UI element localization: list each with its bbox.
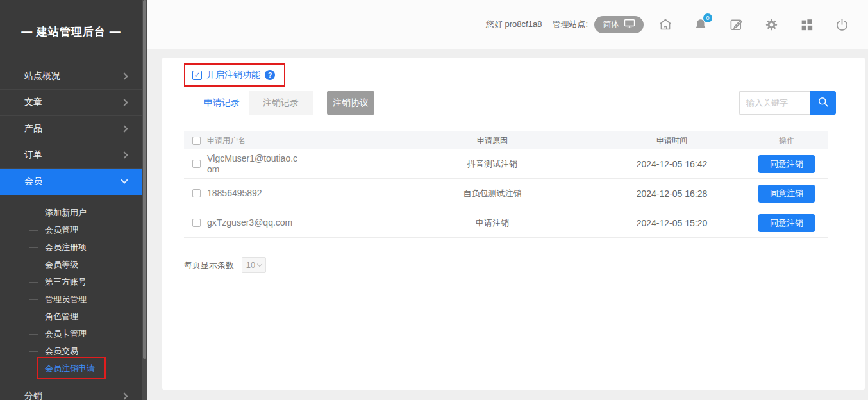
tree-dash <box>29 334 38 335</box>
tab-cancellation-agreement[interactable]: 注销协议 <box>327 91 374 115</box>
page-size-select[interactable]: 10 <box>242 257 266 273</box>
sidebar-item-4[interactable]: 会员 <box>0 169 142 195</box>
chevron-icon <box>121 151 128 158</box>
sidebar-subitem-label: 第三方账号 <box>45 276 87 288</box>
search-input[interactable] <box>739 91 810 115</box>
tree-dash <box>29 369 38 369</box>
help-icon[interactable]: ? <box>265 70 275 80</box>
approve-cancellation-button[interactable]: 同意注销 <box>758 214 815 232</box>
sidebar-subitem-8[interactable]: 会员交易 <box>0 342 142 360</box>
enable-cancellation-label[interactable]: 开启注销功能 <box>206 69 260 81</box>
sidebar-subitem-label: 管理员管理 <box>45 294 87 305</box>
tab-application-records[interactable]: 申请记录 <box>195 91 249 115</box>
home-icon[interactable] <box>658 17 673 32</box>
header-username: 申请用户名 <box>207 135 387 146</box>
sidebar-subitem-7[interactable]: 会员卡管理 <box>0 325 142 342</box>
sidebar-item-1[interactable]: 文章 <box>0 90 142 116</box>
power-icon[interactable] <box>834 17 849 32</box>
cell-time: 2024-12-05 16:42 <box>598 159 746 169</box>
tree-dash <box>29 282 38 283</box>
sidebar-item-3[interactable]: 订单 <box>0 142 142 169</box>
sidebar-subitem-1[interactable]: 会员管理 <box>0 221 142 238</box>
sidebar-item-distribution[interactable]: 分销 <box>0 383 142 400</box>
language-site-pill[interactable]: 简体 <box>594 16 644 33</box>
notification-badge: 0 <box>703 13 712 22</box>
row-checkbox[interactable] <box>192 189 201 197</box>
sidebar: — 建站管理后台 — 站点概况 文章 产品 订单 会员 添加新用户 会员管理 会… <box>0 0 147 400</box>
sidebar-item-label: 文章 <box>24 97 122 108</box>
gear-icon[interactable] <box>764 17 779 32</box>
sidebar-subitem-label: 会员交易 <box>45 346 78 357</box>
managed-site-label: 管理站点: <box>552 19 588 30</box>
tree-dash <box>29 230 38 231</box>
table-row: VlgcMuser1@toutiao.com 抖音测试注销 2024-12-05… <box>184 149 828 179</box>
chevron-right-icon <box>121 392 128 399</box>
sidebar-subitem-4[interactable]: 第三方账号 <box>0 273 142 290</box>
table-row: 18856495892 自负包测试注销 2024-12-05 16:28 同意注… <box>184 179 828 208</box>
cell-username: VlgcMuser1@toutiao.com <box>207 153 298 175</box>
chevron-down-icon <box>257 262 262 267</box>
grid-apps-icon[interactable] <box>799 17 814 32</box>
tree-dash <box>29 265 38 265</box>
sidebar-scrollbar[interactable] <box>142 0 147 400</box>
sidebar-subitem-9[interactable]: 会员注销申请 <box>0 360 142 377</box>
sidebar-item-label: 站点概况 <box>24 71 122 82</box>
chevron-icon <box>121 125 128 132</box>
row-checkbox[interactable] <box>192 219 201 227</box>
tree-dash <box>29 351 38 352</box>
tree-line <box>29 316 29 334</box>
enable-cancellation-checkbox[interactable]: ✓ <box>192 71 202 80</box>
language-label: 简体 <box>603 19 619 30</box>
cell-reason: 抖音测试注销 <box>387 158 598 170</box>
chevron-icon <box>121 99 128 106</box>
tree-line <box>29 204 29 213</box>
sidebar-subitem-0[interactable]: 添加新用户 <box>0 204 142 221</box>
cell-reason: 自负包测试注销 <box>387 188 598 199</box>
header-action: 操作 <box>746 135 828 146</box>
topbar: 您好 pro8cf1a8 管理站点: 简体 0 <box>147 0 868 49</box>
approve-cancellation-button[interactable]: 同意注销 <box>758 155 815 173</box>
search-icon <box>817 96 830 110</box>
tree-line <box>29 281 29 299</box>
sidebar-subitem-label: 会员等级 <box>45 259 78 271</box>
requests-table: 申请用户名 申请原因 申请时间 操作 VlgcMuser1@toutiao.co… <box>184 131 828 238</box>
tree-dash <box>29 247 38 248</box>
cell-time: 2024-12-05 16:28 <box>598 188 746 199</box>
bell-icon[interactable]: 0 <box>693 17 708 32</box>
tab-cancellation-records[interactable]: 注销记录 <box>249 91 313 115</box>
pagination: 每页显示条数 10 <box>184 257 836 273</box>
table-row: gxTzguser3@qq.com 申请注销 2024-12-05 15:20 … <box>184 208 828 238</box>
search-button[interactable] <box>810 91 836 115</box>
chevron-icon <box>121 72 128 79</box>
tree-line <box>29 351 29 369</box>
monitor-icon <box>624 19 635 31</box>
cell-username: gxTzguser3@qq.com <box>207 217 292 228</box>
sidebar-subitem-5[interactable]: 管理员管理 <box>0 290 142 308</box>
scrollbar-thumb[interactable] <box>143 0 146 359</box>
sidebar-subitem-label: 角色管理 <box>45 311 78 322</box>
sidebar-subitem-label: 会员卡管理 <box>45 328 87 340</box>
sidebar-subitem-6[interactable]: 角色管理 <box>0 308 142 325</box>
sidebar-subitem-label: 会员管理 <box>45 224 78 236</box>
sidebar-item-0[interactable]: 站点概况 <box>0 63 142 90</box>
approve-cancellation-button[interactable]: 同意注销 <box>758 185 815 203</box>
tree-line <box>29 247 29 265</box>
edit-icon[interactable] <box>728 17 744 32</box>
sidebar-subitem-2[interactable]: 会员注册项 <box>0 238 142 256</box>
tree-line <box>29 264 29 282</box>
sidebar-item-label: 分销 <box>24 390 122 400</box>
topbar-icon-group: 0 <box>658 17 849 32</box>
tree-dash <box>29 213 38 213</box>
tabs-row: 申请记录 注销记录 注销协议 <box>184 91 836 115</box>
page-size-value: 10 <box>246 260 255 270</box>
sidebar-subitem-3[interactable]: 会员等级 <box>0 256 142 273</box>
content-card: ✓ 开启注销功能 ? 申请记录 注销记录 注销协议 <box>162 58 865 390</box>
header-time: 申请时间 <box>598 135 746 146</box>
tree-line <box>29 333 29 351</box>
row-checkbox[interactable] <box>192 160 201 168</box>
table-header-row: 申请用户名 申请原因 申请时间 操作 <box>184 131 828 149</box>
select-all-checkbox[interactable] <box>192 137 201 145</box>
sidebar-item-2[interactable]: 产品 <box>0 116 142 142</box>
header-reason: 申请原因 <box>387 135 598 146</box>
sidebar-subitem-label: 会员注册项 <box>45 242 87 253</box>
